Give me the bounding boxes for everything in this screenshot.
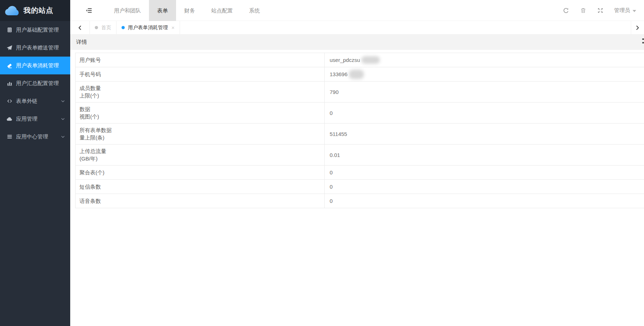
site-title: 我的站点 [24,6,53,15]
sidebar-item-form-consume[interactable]: 用户表单消耗管理 [0,57,70,74]
detail-table: 用户账号 user_pdczsu 手机号码 133696 成员数量 上限(个) [75,53,644,208]
sidebar: 我的站点 用户基础配置管理 用户表单赠 [0,0,70,326]
row-label: 成员数量 [79,84,324,92]
redacted-blur [361,56,380,64]
table-row-data-views: 数据 视图(个) 0 [76,102,644,123]
cloud-logo-icon [4,5,21,16]
row-label-line2: (GB/年) [79,155,324,162]
sidebar-item-label: 应用中心管理 [16,133,48,140]
row-value: user_pdczsu [330,57,360,63]
table-row-member-limit: 成员数量 上限(个) 790 [76,82,644,102]
sidebar-item-app-center-manage[interactable]: 应用中心管理 [0,128,70,146]
tab-status-dot [95,26,98,29]
table-row-form-data-limit: 所有表单数据 量上限(条) 511455 [76,123,644,144]
admin-app: 我的站点 用户基础配置管理 用户表单赠 [0,0,644,326]
bar-chart-icon [6,80,12,86]
chevron-down-icon [61,135,65,139]
row-label: 手机号码 [79,70,324,78]
sidebar-item-label: 用户表单赠送管理 [16,44,59,51]
row-label: 用户账号 [79,56,324,64]
row-label-line2: 上限(个) [79,92,324,99]
list-icon [6,134,12,140]
sidebar-item-label: 应用管理 [16,116,37,122]
sidebar-item-form-gift[interactable]: 用户表单赠送管理 [0,39,70,57]
topmenu-finance[interactable]: 财务 [176,0,203,21]
row-label-line2: 量上限(条) [79,134,324,141]
paper-plane-icon [6,45,12,51]
sidebar-item-form-external-link[interactable]: 表单外链 [0,92,70,110]
row-label: 短信条数 [79,183,324,190]
admin-dropdown[interactable]: 管理员 [614,7,636,14]
sidebar-item-label: 用户基础配置管理 [16,27,59,33]
tab-label: 用户表单消耗管理 [128,25,168,31]
table-row-upload-traffic: 上传总流量 (GB/年) 0.01 [76,144,644,165]
row-value: 0 [330,184,333,190]
topmenu-users-teams[interactable]: 用户和团队 [106,0,149,21]
topbar-actions: 管理员 [563,0,636,21]
row-value: 133696 [330,71,347,77]
tab-home[interactable]: 首页 [90,21,117,34]
redacted-blur [349,70,364,79]
row-value: 0.01 [330,152,340,158]
tabs-scroll-right-icon[interactable] [631,21,644,34]
building-grid-icon [6,27,12,33]
table-row-voice-count: 语音条数 0 [76,194,644,208]
detail-title: 详情 [76,39,87,46]
caret-down-icon [633,10,636,12]
topmenu-forms[interactable]: 表单 [149,0,176,21]
eraser-icon [6,63,12,69]
table-row-user-account: 用户账号 user_pdczsu [76,53,644,67]
table-row-phone: 手机号码 133696 [76,67,644,82]
tab-close-icon[interactable]: × [171,25,175,30]
sidebar-item-user-base-config[interactable]: 用户基础配置管理 [0,21,70,39]
table-row-sms-count: 短信条数 0 [76,180,644,194]
sidebar-item-label: 表单外链 [16,98,37,105]
row-label: 语音条数 [79,197,324,205]
top-menu: 用户和团队 表单 财务 站点配置 系统 [106,0,268,21]
fullscreen-icon[interactable] [597,7,603,14]
link-chevrons-icon [6,98,12,104]
row-label-line2: 视图(个) [79,113,324,120]
trash-icon[interactable] [580,7,586,14]
row-value: 511455 [330,131,347,137]
tab-spacer [180,21,631,34]
sidebar-item-app-manage[interactable]: 应用管理 [0,110,70,128]
topmenu-system[interactable]: 系统 [241,0,268,21]
detail-content: 用户账号 user_pdczsu 手机号码 133696 成员数量 上限(个) [70,50,644,326]
logo: 我的站点 [0,0,70,21]
sidebar-item-label: 用户汇总配置管理 [16,80,59,87]
sidebar-item-label: 用户表单消耗管理 [16,62,59,69]
table-row-aggregate-tables: 聚合表(个) 0 [76,165,644,180]
cloud-icon [6,116,12,122]
tab-bar: 首页 用户表单消耗管理 × [70,21,644,34]
detail-header: 详情 [70,34,644,50]
chevron-down-icon [61,117,65,121]
topbar: 用户和团队 表单 财务 站点配置 系统 [70,0,644,21]
tab-label: 首页 [101,25,111,31]
tab-form-consume-manage[interactable]: 用户表单消耗管理 × [117,21,180,34]
row-label: 所有表单数据 [79,126,324,134]
tabs-scroll-left-icon[interactable] [70,21,90,34]
row-value: 790 [330,89,339,95]
clipped-right-edge-artifact [642,38,644,46]
row-label: 上传总流量 [79,147,324,155]
topmenu-site-config[interactable]: 站点配置 [203,0,241,21]
row-value: 0 [330,110,333,116]
row-label: 聚合表(个) [79,169,324,176]
row-value: 0 [330,198,333,204]
row-label: 数据 [79,105,324,113]
tab-status-dot [122,26,125,29]
admin-label: 管理员 [614,7,630,14]
refresh-icon[interactable] [563,7,569,14]
sidebar-item-summary-config[interactable]: 用户汇总配置管理 [0,74,70,92]
row-value: 0 [330,169,333,175]
chevron-down-icon [61,99,65,103]
collapse-sidebar-icon[interactable] [84,0,93,21]
